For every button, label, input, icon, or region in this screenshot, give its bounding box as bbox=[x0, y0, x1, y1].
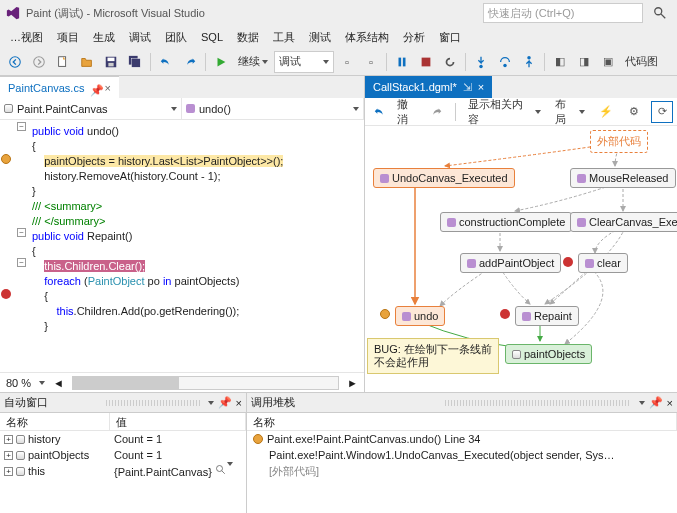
node-undo[interactable]: undo bbox=[395, 306, 445, 326]
node-repaint[interactable]: Repaint bbox=[515, 306, 579, 326]
callstack-row[interactable]: [外部代码] bbox=[247, 463, 677, 479]
tb-x1[interactable]: ◧ bbox=[549, 51, 571, 73]
close-icon[interactable]: × bbox=[478, 81, 484, 93]
zoom-dropdown-icon[interactable] bbox=[39, 381, 45, 385]
menu-sql[interactable]: SQL bbox=[195, 29, 229, 45]
diagram-canvas[interactable]: 外部代码 UndoCanvas_Executed MouseReleased c… bbox=[365, 126, 677, 392]
fold-icon[interactable]: − bbox=[17, 122, 26, 131]
col-name[interactable]: 名称 bbox=[0, 413, 110, 430]
restart-icon[interactable] bbox=[439, 51, 461, 73]
continue-button[interactable]: 继续 bbox=[234, 51, 272, 73]
class-icon bbox=[4, 104, 13, 113]
horizontal-scrollbar[interactable] bbox=[72, 376, 339, 390]
callstack-row[interactable]: Paint.exe!Paint.PaintCanvas.undo() Line … bbox=[247, 431, 677, 447]
callstack-row[interactable]: Paint.exe!Paint.Window1.UndoCanvas_Execu… bbox=[247, 447, 677, 463]
breakpoint-icon[interactable] bbox=[1, 289, 11, 299]
codemap-button[interactable]: 代码图 bbox=[621, 51, 662, 73]
scroll-left-icon[interactable]: ◄ bbox=[53, 377, 64, 389]
graph-tab[interactable]: CallStack1.dgml* ⇲ × bbox=[365, 76, 492, 98]
pause-icon[interactable] bbox=[391, 51, 413, 73]
svg-point-15 bbox=[527, 55, 531, 59]
menu-build[interactable]: 生成 bbox=[87, 28, 121, 47]
node-clear[interactable]: clear bbox=[578, 253, 628, 273]
menu-arch[interactable]: 体系结构 bbox=[339, 28, 395, 47]
menu-window[interactable]: 窗口 bbox=[433, 28, 467, 47]
stepinto-icon[interactable] bbox=[470, 51, 492, 73]
member-dropdown[interactable]: undo() bbox=[182, 98, 364, 119]
code-editor[interactable]: − − − public void undo() { paintObjects … bbox=[0, 120, 364, 372]
continue-icon[interactable] bbox=[210, 51, 232, 73]
search-icon[interactable] bbox=[649, 2, 671, 24]
panel-menu-icon[interactable] bbox=[208, 401, 214, 405]
panel-menu-icon[interactable] bbox=[639, 401, 645, 405]
layout-dropdown[interactable]: 布局 bbox=[551, 101, 589, 123]
expand-icon[interactable]: + bbox=[4, 467, 13, 476]
graph-undo-icon[interactable] bbox=[369, 101, 391, 123]
node-construction[interactable]: constructionComplete bbox=[440, 212, 572, 232]
new-icon[interactable] bbox=[52, 51, 74, 73]
pin-icon[interactable]: 📌 bbox=[90, 84, 98, 92]
svg-rect-4 bbox=[59, 56, 66, 66]
filter-icon[interactable]: ⚡ bbox=[595, 101, 617, 123]
menu-tools[interactable]: 工具 bbox=[267, 28, 301, 47]
menu-test[interactable]: 测试 bbox=[303, 28, 337, 47]
redo-icon[interactable] bbox=[179, 51, 201, 73]
expand-icon[interactable]: + bbox=[4, 451, 13, 460]
undo-icon[interactable] bbox=[155, 51, 177, 73]
autos-row[interactable]: +paintObjectsCount = 1 bbox=[0, 447, 246, 463]
tb-x2[interactable]: ◨ bbox=[573, 51, 595, 73]
bug-note[interactable]: BUG: 在绘制下一条线前 不会起作用 bbox=[367, 338, 499, 374]
menu-view[interactable]: …视图 bbox=[4, 28, 49, 47]
editor-tab[interactable]: PaintCanvas.cs 📌 × bbox=[0, 76, 119, 98]
pin-icon[interactable]: 📌 bbox=[649, 396, 663, 409]
autos-row[interactable]: +historyCount = 1 bbox=[0, 431, 246, 447]
node-clearcanvas[interactable]: ClearCanvas_Executed bbox=[570, 212, 677, 232]
node-mousereleased[interactable]: MouseReleased bbox=[570, 168, 676, 188]
pin-icon[interactable]: 📌 bbox=[218, 396, 232, 409]
svg-rect-11 bbox=[403, 57, 406, 66]
class-dropdown[interactable]: Paint.PaintCanvas bbox=[0, 98, 182, 119]
menu-project[interactable]: 项目 bbox=[51, 28, 85, 47]
fold-icon[interactable]: − bbox=[17, 258, 26, 267]
back-icon[interactable] bbox=[4, 51, 26, 73]
saveall-icon[interactable] bbox=[124, 51, 146, 73]
save-icon[interactable] bbox=[100, 51, 122, 73]
node-paintobjects[interactable]: paintObjects bbox=[505, 344, 592, 364]
menu-analyze[interactable]: 分析 bbox=[397, 28, 431, 47]
fold-icon[interactable]: − bbox=[17, 228, 26, 237]
stepover-icon[interactable] bbox=[494, 51, 516, 73]
close-icon[interactable]: × bbox=[236, 397, 242, 409]
gear-icon[interactable]: ⚙ bbox=[623, 101, 645, 123]
menu-team[interactable]: 团队 bbox=[159, 28, 193, 47]
search-icon[interactable] bbox=[215, 464, 227, 476]
scroll-right-icon[interactable]: ► bbox=[347, 377, 358, 389]
expand-icon[interactable]: + bbox=[4, 435, 13, 444]
graph-redo-icon[interactable] bbox=[425, 101, 447, 123]
close-icon[interactable]: × bbox=[104, 82, 110, 94]
svg-rect-6 bbox=[108, 57, 115, 61]
quick-launch-input[interactable]: 快速启动 (Ctrl+Q) bbox=[483, 3, 643, 23]
breakpoint-current-icon[interactable] bbox=[1, 154, 11, 164]
refresh-icon[interactable]: ⟳ bbox=[651, 101, 673, 123]
autos-row[interactable]: +this{Paint.PaintCanvas} bbox=[0, 463, 246, 479]
tb-icon-1[interactable]: ▫ bbox=[336, 51, 358, 73]
close-icon[interactable]: × bbox=[667, 397, 673, 409]
tb-x3[interactable]: ▣ bbox=[597, 51, 619, 73]
tb-icon-2[interactable]: ▫ bbox=[360, 51, 382, 73]
col-name[interactable]: 名称 bbox=[247, 413, 677, 430]
stepout-icon[interactable] bbox=[518, 51, 540, 73]
config-dropdown[interactable]: 调试 bbox=[274, 51, 334, 73]
menu-debug[interactable]: 调试 bbox=[123, 28, 157, 47]
open-icon[interactable] bbox=[76, 51, 98, 73]
menu-data[interactable]: 数据 bbox=[231, 28, 265, 47]
zoom-level[interactable]: 80 % bbox=[6, 377, 31, 389]
node-addpaint[interactable]: addPaintObject bbox=[460, 253, 561, 273]
pin-icon[interactable]: ⇲ bbox=[463, 81, 472, 94]
forward-icon[interactable] bbox=[28, 51, 50, 73]
node-undocanvas[interactable]: UndoCanvas_Executed bbox=[373, 168, 515, 188]
graph-undo-button[interactable]: 撤消 bbox=[397, 97, 419, 127]
stop-icon[interactable] bbox=[415, 51, 437, 73]
col-value[interactable]: 值 bbox=[110, 413, 246, 430]
node-external-code[interactable]: 外部代码 bbox=[590, 130, 648, 153]
show-related-dropdown[interactable]: 显示相关内容 bbox=[464, 101, 546, 123]
